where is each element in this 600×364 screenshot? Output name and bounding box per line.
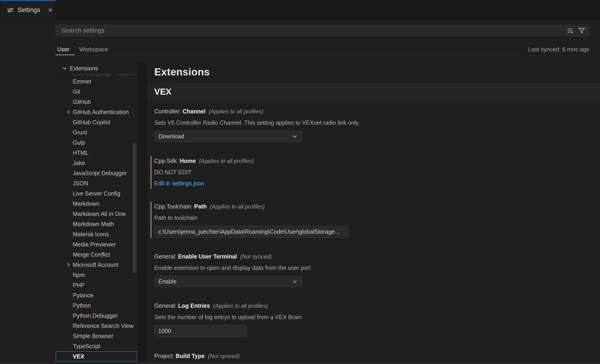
toc-item-gulp[interactable]: Gulp	[56, 137, 137, 148]
toc-item-media-previewer[interactable]: Media Previewer	[56, 239, 137, 249]
setting-scope: (Applies to all profiles)	[213, 303, 268, 309]
setting-title: General: Log Entries(Applies to all prof…	[154, 302, 600, 309]
chevron-down-icon	[292, 133, 298, 139]
cpp-sdk-home-edit-in-settings-json-link[interactable]: Edit in settings.json	[154, 180, 204, 187]
chevron-down-icon	[292, 278, 298, 284]
toc-item-jake[interactable]: Jake	[56, 158, 137, 168]
section-header-label: VEX	[154, 87, 171, 97]
toc-item-label: JSON	[73, 180, 88, 187]
setting-name: Home	[180, 158, 196, 164]
toc-item-merge-conflict[interactable]: Merge Conflict	[56, 249, 137, 260]
setting-description: Path to toolchain	[154, 214, 600, 221]
toc-item-label: Python	[73, 302, 91, 309]
setting-scope: (Applies to all profiles)	[209, 108, 263, 115]
toc-item-html[interactable]: HTML	[56, 148, 137, 158]
setting-scope: (Applies to all profiles)	[210, 203, 265, 210]
setting-title: Controller: Channel(Applies to all profi…	[154, 108, 600, 115]
toc-item-github-authentication[interactable]: GitHub Authentication	[56, 107, 137, 117]
toc-item-label: Material Icons	[73, 231, 109, 237]
toc-item-git[interactable]: Git	[56, 87, 137, 97]
settings-sliders-icon	[7, 7, 14, 14]
toc-item-label: TypeScript	[73, 343, 100, 349]
toc-item-label: Emmet	[73, 78, 91, 85]
tab-user[interactable]: User	[57, 44, 69, 55]
setting-name: Log Entries	[178, 302, 210, 309]
tab-user-label: User	[57, 46, 69, 53]
toc-item-json[interactable]: JSON	[56, 178, 137, 188]
setting-title: Cpp.Sdk: Home(Applies to all profiles)	[154, 157, 600, 164]
setting-cpp-sdk-home: Cpp.Sdk: Home(Applies to all profiles)DO…	[148, 157, 600, 187]
toc-item-label: Gulp	[73, 139, 85, 146]
toc-item-material-icons[interactable]: Material Icons	[56, 229, 137, 239]
toc-item-label: Jake	[73, 160, 85, 166]
toc-item-javascript-debugger[interactable]: JavaScript Debugger	[56, 168, 137, 178]
setting-title: Cpp.Toolchain: Path(Applies to all profi…	[154, 203, 600, 210]
toc-item-simple-browser[interactable]: Simple Browser	[56, 331, 137, 341]
toc-item-label: GitHub	[73, 99, 91, 105]
general-log-entries-input[interactable]	[154, 325, 247, 337]
toc-body-gutter	[137, 63, 148, 364]
section-header-vex: VEX	[148, 82, 600, 101]
toc-item-markdown-all-in-one[interactable]: Markdown All in One	[56, 209, 137, 219]
toc-scrollbar[interactable]	[132, 144, 137, 273]
setting-scope: (Not synced)	[208, 353, 240, 359]
chevron-down-icon	[62, 65, 68, 71]
toc-item-typescript[interactable]: TypeScript	[56, 341, 137, 351]
toc-item-label: VEX	[73, 353, 84, 360]
setting-category: Cpp.Sdk:	[154, 158, 180, 164]
toc-item-python-debugger[interactable]: Python Debugger	[56, 310, 137, 321]
toc-item-label: Python Debugger	[73, 312, 118, 319]
toc-item-label: Git	[73, 88, 80, 95]
toc-item-label: Live Server Config	[73, 190, 121, 197]
close-icon[interactable]	[47, 7, 53, 13]
tab-workspace[interactable]: Workspace	[79, 44, 108, 55]
toc-item-label: Markdown Math	[73, 221, 114, 227]
dropdown-value: Download	[159, 133, 184, 140]
toc-item-python[interactable]: Python	[56, 300, 137, 310]
cpp-toolchain-path-input[interactable]	[154, 226, 349, 238]
controller-channel-dropdown[interactable]: Download	[154, 130, 302, 142]
setting-link-wrapper: Edit in settings.json	[154, 180, 600, 187]
setting-category: Project:	[154, 353, 176, 359]
toc-header-extensions[interactable]: Extensions	[56, 63, 137, 73]
setting-description: Sets the number of log entrys to upload …	[154, 314, 600, 320]
setting-scope: (Applies to all profiles)	[199, 158, 254, 164]
toc-item-grunt[interactable]: Grunt	[56, 127, 137, 137]
toc-item-label: Grunt	[73, 129, 87, 136]
toc-item-live-server-config[interactable]: Live Server Config	[56, 188, 137, 199]
scope-tabs-row: User Workspace Last synced: 6 mos ago	[56, 44, 589, 55]
toc-item-github[interactable]: GitHub	[56, 97, 137, 107]
toc-item-label: Markdown All in One	[73, 210, 126, 217]
setting-scope: (Not synced)	[240, 253, 272, 260]
toc-item-label: GitHub Copilot	[73, 119, 111, 125]
setting-name: Channel	[183, 108, 206, 115]
setting-name: Build Type	[176, 353, 205, 359]
toc-item-emmet[interactable]: Emmet	[56, 76, 137, 87]
setting-cpp-toolchain-path: Cpp.Toolchain: Path(Applies to all profi…	[148, 203, 600, 238]
toc-item-npm[interactable]: Npm	[56, 270, 137, 280]
setting-description: DO NOT EDIT	[154, 169, 600, 176]
clear-search-filters-icon[interactable]	[567, 27, 574, 34]
toc-item-vex[interactable]: VEX	[56, 351, 137, 362]
setting-controller-channel: Controller: Channel(Applies to all profi…	[148, 108, 600, 142]
settings-body: Extensions VEX Controller: Channel(Appli…	[148, 63, 600, 364]
toc-item-php[interactable]: PHP	[56, 280, 137, 290]
filter-funnel-icon[interactable]	[578, 27, 585, 34]
toc-item-markdown[interactable]: Markdown	[56, 199, 137, 209]
settings-search-input[interactable]: Search settings	[56, 25, 589, 36]
toc-item-pylance[interactable]: Pylance	[56, 290, 137, 300]
toc-item-label: Simple Browser	[73, 333, 113, 339]
toc-item-label: HTML	[73, 149, 88, 156]
toc-item-label: Media Previewer	[73, 241, 116, 248]
toc-header-label: Extensions	[70, 65, 98, 72]
toc-item-label: PHP	[73, 282, 84, 288]
general-enable-user-terminal-dropdown[interactable]: Enable	[154, 276, 302, 287]
toc-item-reference-search-view[interactable]: Reference Search View	[56, 321, 137, 331]
toc-item-microsoft-account[interactable]: Microsoft Account	[56, 260, 137, 270]
setting-category: General:	[154, 302, 178, 309]
setting-general-log-entries: General: Log Entries(Applies to all prof…	[148, 302, 600, 337]
tab-settings[interactable]: Settings	[0, 0, 56, 19]
modified-indicator	[150, 156, 152, 189]
toc-item-markdown-math[interactable]: Markdown Math	[56, 219, 137, 229]
toc-item-github-copilot[interactable]: GitHub Copilot	[56, 117, 137, 127]
